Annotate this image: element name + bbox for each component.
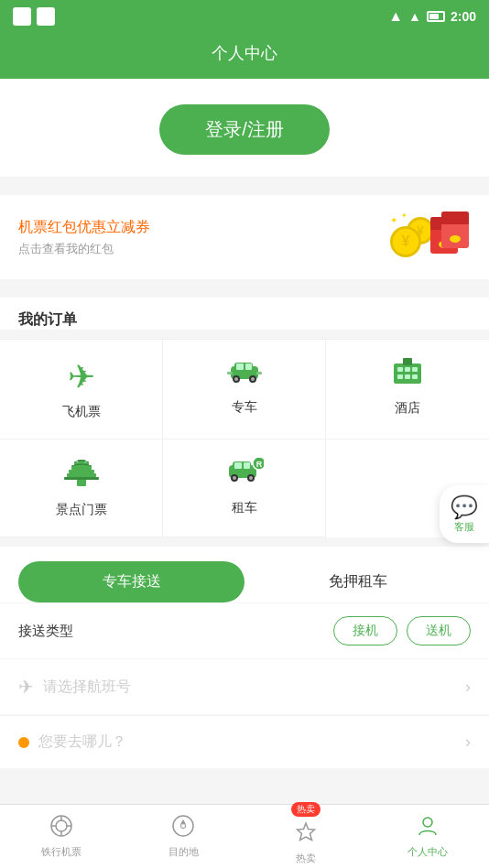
hot-badge: 热卖 (291, 802, 321, 817)
flight-icon: ✈ (68, 358, 95, 396)
flight-selection-row[interactable]: ✈ 请选择航班号 › (0, 658, 489, 714)
spacer-1 (0, 177, 489, 186)
destination-label: 目的地 (168, 845, 199, 859)
login-button[interactable]: 登录/注册 (159, 104, 330, 155)
railway-icon (49, 814, 73, 841)
svg-rect-21 (69, 470, 94, 473)
transfer-type-row: 接送类型 接机 送机 (0, 602, 489, 658)
customer-service-icon: 💬 (451, 494, 478, 520)
wifi-icon: ▲ (388, 8, 403, 25)
flight-row-left: ✈ 请选择航班号 (18, 676, 131, 698)
status-bar: ▲ ▲ 2:00 (0, 0, 489, 33)
plane-icon: ✈ (18, 676, 34, 698)
profile-icon (416, 814, 440, 841)
hotsell-icon (294, 820, 318, 848)
order-item-car[interactable]: 专车 (163, 340, 326, 439)
nav-item-hotsell[interactable]: 热卖 热卖 (244, 800, 367, 868)
svg-rect-9 (256, 372, 262, 374)
svg-rect-22 (67, 473, 96, 477)
svg-rect-3 (245, 363, 252, 370)
status-bar-right: ▲ ▲ 2:00 (388, 8, 476, 25)
destination-dot (18, 737, 29, 748)
customer-service-label: 客服 (454, 520, 474, 534)
page-title: 个人中心 (212, 44, 277, 62)
svg-rect-16 (412, 374, 418, 379)
status-square-1 (13, 7, 31, 26)
tab-car-service[interactable]: 专车接送 (18, 561, 244, 602)
car-label: 专车 (232, 399, 257, 416)
status-square-2 (37, 7, 55, 26)
scenic-label: 景点门票 (56, 502, 107, 518)
flight-label: 飞机票 (62, 404, 101, 420)
hotel-icon (390, 358, 425, 393)
profile-label: 个人中心 (408, 845, 448, 859)
red-packet-title: 机票红包优惠立减券 (18, 218, 150, 237)
customer-service-float[interactable]: 💬 客服 (440, 485, 489, 543)
transfer-type-buttons: 接机 送机 (333, 616, 471, 646)
nav-item-railway[interactable]: 铁行机票 (0, 807, 123, 866)
star-decoration: ✦ (390, 215, 397, 225)
service-tabs: 专车接送 免押租车 (0, 547, 489, 602)
red-packet-image: ✦ ✦ ¥ ¥ (388, 210, 471, 265)
flight-placeholder: 请选择航班号 (43, 678, 131, 697)
svg-rect-15 (405, 374, 410, 379)
tab-rental[interactable]: 免押租车 (244, 561, 471, 602)
red-envelope-2 (441, 212, 469, 248)
pickup-button[interactable]: 接机 (333, 616, 397, 646)
svg-rect-13 (412, 367, 418, 372)
destination-row-left: 您要去哪儿？ (18, 732, 126, 752)
svg-point-7 (251, 377, 255, 381)
orders-grid: ✈ 飞机票 专车 (0, 339, 489, 537)
coin-1: ¥ (390, 226, 421, 257)
orders-section-header: 我的订单 (0, 298, 489, 330)
order-item-rental[interactable]: R 租车 (163, 439, 326, 537)
rental-icon: R (225, 458, 264, 493)
clock: 2:00 (451, 9, 476, 24)
signal-icon: ▲ (408, 9, 421, 24)
svg-rect-24 (64, 477, 99, 480)
svg-rect-11 (397, 367, 403, 372)
svg-rect-10 (394, 363, 421, 384)
login-section: 登录/注册 (0, 79, 489, 177)
bottom-nav: 铁行机票 目的地 热卖 热卖 个人中心 (0, 804, 489, 868)
nav-item-destination[interactable]: 目的地 (123, 807, 245, 866)
orders-title: 我的订单 (18, 311, 77, 327)
svg-rect-8 (227, 372, 233, 374)
car-icon (227, 358, 262, 392)
order-item-scenic[interactable]: 景点门票 (0, 439, 163, 537)
red-packet-banner[interactable]: 机票红包优惠立减券 点击查看我的红包 ✦ ✦ ¥ ¥ (0, 195, 489, 279)
spacer-2 (0, 288, 489, 298)
destination-placeholder: 您要去哪儿？ (38, 732, 126, 752)
svg-rect-12 (405, 367, 410, 372)
svg-rect-14 (397, 374, 403, 379)
dropoff-button[interactable]: 送机 (407, 616, 471, 646)
destination-row[interactable]: 您要去哪儿？ › (0, 715, 489, 768)
red-packet-text: 机票红包优惠立减券 点击查看我的红包 (18, 218, 150, 257)
svg-rect-27 (234, 462, 242, 469)
rental-label: 租车 (232, 500, 257, 516)
status-bar-left (13, 7, 55, 26)
page-header: 个人中心 (0, 33, 489, 79)
scenic-icon (64, 458, 99, 494)
railway-label: 铁行机票 (41, 845, 82, 859)
spacer-3 (0, 537, 489, 547)
svg-point-5 (234, 377, 238, 381)
battery-icon (427, 11, 445, 22)
svg-point-30 (233, 476, 236, 480)
svg-point-43 (423, 818, 432, 827)
svg-rect-28 (244, 462, 250, 469)
red-packet-subtitle: 点击查看我的红包 (18, 241, 150, 257)
svg-point-32 (249, 476, 253, 480)
order-item-hotel[interactable]: 酒店 (326, 340, 489, 439)
star-decoration-2: ✦ (401, 212, 408, 220)
nav-item-profile[interactable]: 个人中心 (367, 807, 490, 866)
destination-icon (171, 814, 195, 841)
chevron-right-icon-2: › (465, 732, 471, 752)
svg-rect-2 (236, 363, 244, 370)
hotsell-label: 热卖 (296, 852, 316, 865)
svg-point-36 (56, 820, 67, 831)
order-item-flight[interactable]: ✈ 飞机票 (0, 340, 163, 439)
chevron-right-icon: › (465, 678, 471, 697)
transfer-type-label: 接送类型 (18, 623, 73, 640)
svg-point-42 (181, 824, 185, 828)
